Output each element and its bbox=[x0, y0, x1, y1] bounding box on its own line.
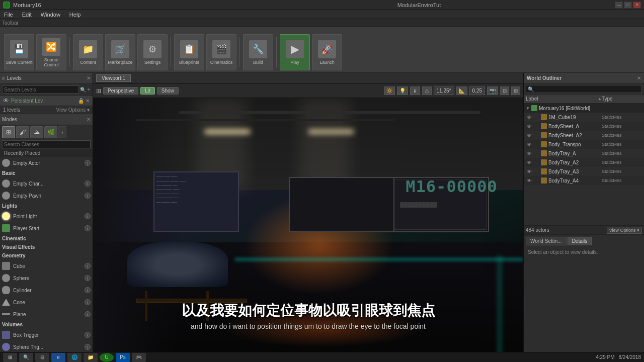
info-icon-2[interactable]: i bbox=[85, 193, 91, 199]
list-item[interactable]: Cone i bbox=[0, 296, 93, 308]
maximize-button[interactable]: □ bbox=[624, 2, 632, 9]
vp-icon-3[interactable]: 🌡 bbox=[410, 86, 420, 95]
vp-icon-2[interactable]: 💡 bbox=[397, 86, 408, 95]
list-item[interactable]: Player Start i bbox=[0, 222, 93, 234]
col-type-header[interactable]: Type bbox=[602, 96, 642, 102]
vp-layout-icon[interactable]: ⊞ bbox=[511, 86, 520, 95]
play-button[interactable]: ▶ Play bbox=[280, 34, 310, 70]
menu-file[interactable]: File bbox=[2, 12, 15, 18]
outliner-row[interactable]: 👁 BodySheet_A StaticMes bbox=[524, 122, 644, 131]
taskbar-chrome[interactable]: 🌐 bbox=[67, 353, 82, 362]
taskbar-explorer[interactable]: 📁 bbox=[84, 353, 98, 362]
taskbar-extra-1[interactable]: 🎮 bbox=[132, 353, 146, 362]
modes-arrow[interactable]: › bbox=[58, 126, 66, 138]
close-button[interactable]: ✕ bbox=[633, 2, 641, 9]
add-icon[interactable]: + bbox=[87, 86, 91, 93]
outliner-row[interactable]: 👁 BodySheet_A2 StaticMes bbox=[524, 131, 644, 140]
build-button[interactable]: 🔧 Build bbox=[243, 34, 273, 70]
paint-mode-icon[interactable]: 🖌 bbox=[16, 126, 29, 138]
classes-search-input[interactable] bbox=[2, 140, 91, 148]
list-item[interactable]: Box Trigger i bbox=[0, 329, 93, 341]
view-options-btn[interactable]: View Options ▾ bbox=[56, 107, 90, 113]
col-label-header[interactable]: Label bbox=[526, 96, 598, 102]
foliage-mode-icon[interactable]: 🌿 bbox=[44, 126, 57, 138]
lights-header[interactable]: Lights bbox=[2, 202, 91, 210]
content-button[interactable]: 📁 Content bbox=[73, 34, 103, 70]
outliner-view-options[interactable]: View Options ▾ bbox=[607, 227, 642, 234]
perspective-button[interactable]: Perspective bbox=[103, 87, 138, 95]
menu-edit[interactable]: Edit bbox=[20, 12, 34, 18]
list-item[interactable]: Plane i bbox=[0, 308, 93, 320]
place-mode-icon[interactable]: ⊞ bbox=[2, 126, 15, 138]
outliner-root-item[interactable]: ▼ Mortuary16 [EditWorld] bbox=[524, 104, 644, 113]
actors-count: 484 actors bbox=[526, 227, 605, 233]
taskbar-ue4[interactable]: U bbox=[100, 353, 114, 362]
landscape-mode-icon[interactable]: ⛰ bbox=[30, 126, 43, 138]
vp-cam-icon[interactable]: 📷 bbox=[487, 86, 498, 95]
basic-header[interactable]: Basic bbox=[2, 169, 91, 177]
info-icon-6[interactable]: i bbox=[85, 275, 91, 281]
info-icon-10[interactable]: i bbox=[85, 332, 91, 338]
world-settings-tab[interactable]: World Settin... bbox=[526, 237, 567, 245]
vp-snap-icon[interactable]: 📐 bbox=[456, 86, 467, 95]
cinematics-button[interactable]: 🎬 Cinematics bbox=[206, 34, 236, 70]
info-icon-11[interactable]: i bbox=[85, 344, 91, 350]
persistent-level-bar[interactable]: 👁 Persistent Lev 🔒 ✕ bbox=[0, 95, 93, 106]
modes-label: Modes bbox=[2, 117, 17, 122]
outliner-row[interactable]: 👁 BodyTray_A StaticMes bbox=[524, 149, 644, 158]
minimize-button[interactable]: — bbox=[615, 2, 623, 9]
menu-help[interactable]: Help bbox=[67, 12, 83, 18]
vp-grid-icon[interactable]: ⊟ bbox=[500, 86, 509, 95]
details-tab[interactable]: Details bbox=[568, 237, 592, 245]
taskbar-start[interactable]: ⊞ bbox=[3, 353, 17, 362]
volumes-header[interactable]: Volumes bbox=[2, 321, 91, 328]
list-item[interactable]: Empty Actor i bbox=[0, 157, 93, 169]
blueprints-button[interactable]: 📋 Blueprints bbox=[174, 34, 204, 70]
source-control-button[interactable]: 🔀 Source Control bbox=[36, 34, 66, 70]
vp-icon-4[interactable]: ⚠ bbox=[422, 86, 432, 95]
list-item[interactable]: Empty Pawn i bbox=[0, 190, 93, 202]
list-item[interactable]: Sphere i bbox=[0, 272, 93, 284]
save-current-button[interactable]: 💾 Save Current bbox=[4, 34, 34, 70]
list-item[interactable]: Point Light i bbox=[0, 210, 93, 222]
info-icon-0[interactable]: i bbox=[85, 160, 91, 166]
info-icon-1[interactable]: i bbox=[85, 180, 91, 187]
list-item[interactable]: Cylinder i bbox=[0, 284, 93, 296]
outliner-row[interactable]: 👁 1M_Cube19 StaticMes bbox=[524, 113, 644, 122]
show-button[interactable]: Show bbox=[157, 87, 179, 95]
taskbar-ps[interactable]: Ps bbox=[116, 353, 130, 362]
list-item[interactable]: Sphere Trig... i bbox=[0, 341, 93, 353]
info-icon-9[interactable]: i bbox=[85, 311, 91, 317]
launch-button[interactable]: 🚀 Launch bbox=[312, 34, 342, 70]
list-item[interactable]: Cube i bbox=[0, 260, 93, 272]
viewport-tab[interactable]: Viewport:1 bbox=[96, 74, 131, 82]
info-icon-4[interactable]: i bbox=[85, 225, 91, 231]
outliner-row[interactable]: 👁 Body_Transpo StaticMes bbox=[524, 140, 644, 149]
modes-close[interactable]: ✕ bbox=[87, 117, 91, 122]
lit-button[interactable]: Lit bbox=[140, 87, 155, 95]
list-item[interactable]: Empty Char... i bbox=[0, 177, 93, 190]
outliner-search-input[interactable] bbox=[526, 85, 642, 93]
info-icon-3[interactable]: i bbox=[85, 213, 91, 219]
settings-button[interactable]: ⚙ Settings bbox=[137, 34, 168, 70]
levels-search-input[interactable] bbox=[2, 85, 79, 94]
outliner-close[interactable]: ✕ bbox=[637, 75, 641, 81]
taskbar-edge[interactable]: e bbox=[51, 353, 65, 362]
visual-effects-header[interactable]: Visual Effects bbox=[2, 243, 91, 251]
info-icon-8[interactable]: i bbox=[85, 299, 91, 305]
scene-viewport[interactable]: ─── ─── ───────── ──── ───── ───── ─────… bbox=[93, 98, 523, 360]
menu-window[interactable]: Window bbox=[39, 12, 62, 18]
vp-icon-1[interactable]: 🔆 bbox=[384, 86, 395, 95]
cinematic-header[interactable]: Cinematic bbox=[2, 235, 91, 242]
outliner-row[interactable]: 👁 BodyTray_A4 StaticMes bbox=[524, 176, 644, 185]
levels-close[interactable]: ✕ bbox=[87, 75, 91, 81]
geometry-header[interactable]: Geometry bbox=[2, 252, 91, 259]
outliner-row[interactable]: 👁 BodyTray_A3 StaticMes bbox=[524, 167, 644, 176]
taskbar-taskview[interactable]: ⊟ bbox=[35, 353, 49, 362]
grid-move-icon[interactable]: ⊞ bbox=[96, 87, 101, 95]
info-icon-5[interactable]: i bbox=[85, 263, 91, 269]
info-icon-7[interactable]: i bbox=[85, 287, 91, 293]
taskbar-search[interactable]: 🔍 bbox=[19, 353, 33, 362]
marketplace-button[interactable]: 🛒 Marketplace bbox=[105, 34, 135, 70]
outliner-row[interactable]: 👁 BodyTray_A2 StaticMes bbox=[524, 158, 644, 167]
